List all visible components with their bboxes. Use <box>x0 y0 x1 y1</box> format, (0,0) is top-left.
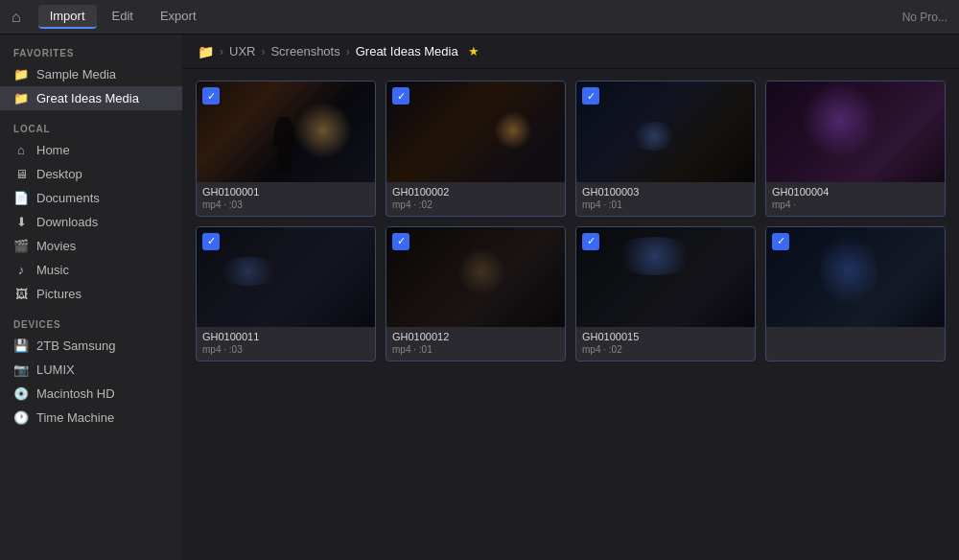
media-filename: GH0100003 <box>582 186 749 198</box>
checkbox-gh0100002[interactable]: ✓ <box>392 87 409 105</box>
media-filename: GH0100004 <box>772 186 939 198</box>
top-nav: Import Edit Export <box>38 5 208 29</box>
content-area: 📁 › UXR › Screenshots › Great Ideas Medi… <box>182 35 959 560</box>
sidebar-item-lumix[interactable]: 📷 LUMIX <box>0 358 182 382</box>
sidebar-item-documents[interactable]: 📄 Documents <box>0 186 182 210</box>
media-card-gh0100012[interactable]: ✓ GH0100012 mp4 · :01 <box>386 226 566 362</box>
media-meta: mp4 · :03 <box>202 344 369 355</box>
sidebar-item-music[interactable]: ♪ Music <box>0 258 182 282</box>
media-meta: mp4 · :02 <box>392 199 559 210</box>
sidebar-item-label: LUMIX <box>36 362 75 377</box>
sidebar: FAVORITES 📁 Sample Media 📁 Great Ideas M… <box>0 35 182 560</box>
movies-icon: 🎬 <box>13 239 29 253</box>
downloads-icon: ⬇ <box>13 215 29 229</box>
sidebar-item-label: Documents <box>36 191 100 205</box>
media-filename: GH0100002 <box>392 186 559 198</box>
sidebar-item-label: Music <box>36 263 69 277</box>
folder-icon: 📁 <box>13 67 29 82</box>
main-layout: FAVORITES 📁 Sample Media 📁 Great Ideas M… <box>0 35 959 560</box>
sidebar-item-label: Time Machine <box>36 410 114 425</box>
no-proxy-label: No Pro... <box>902 11 947 24</box>
sidebar-item-pictures[interactable]: 🖼 Pictures <box>0 282 182 306</box>
local-label: LOCAL <box>0 110 182 138</box>
tab-edit[interactable]: Edit <box>101 5 145 29</box>
sidebar-item-label: Great Ideas Media <box>36 91 139 105</box>
sidebar-item-label: Desktop <box>36 167 82 181</box>
sidebar-item-label: Home <box>36 143 70 157</box>
sidebar-item-movies[interactable]: 🎬 Movies <box>0 234 182 258</box>
media-meta: mp4 · :02 <box>582 344 749 355</box>
sidebar-item-macintosh[interactable]: 💿 Macintosh HD <box>0 382 182 406</box>
breadcrumb: 📁 › UXR › Screenshots › Great Ideas Medi… <box>182 35 959 69</box>
media-filename: GH0100001 <box>202 186 369 198</box>
desktop-icon: 🖥 <box>13 167 29 181</box>
sidebar-item-samsung[interactable]: 💾 2TB Samsung <box>0 334 182 358</box>
media-grid: ✓ GH0100001 mp4 · :03 ✓ GH0100002 mp4 · … <box>182 69 959 560</box>
media-card-gh0100002[interactable]: ✓ GH0100002 mp4 · :02 <box>386 81 566 217</box>
favorites-label: FAVORITES <box>0 35 182 62</box>
sidebar-item-great-ideas-media[interactable]: 📁 Great Ideas Media <box>0 86 182 110</box>
media-card-gh0100015[interactable]: ✓ GH0100015 mp4 · :02 <box>575 226 756 362</box>
drive-icon: 💾 <box>13 338 29 353</box>
sidebar-item-time-machine[interactable]: 🕐 Time Machine <box>0 406 182 430</box>
breadcrumb-folder-icon: 📁 <box>198 44 214 59</box>
pictures-icon: 🖼 <box>13 287 29 301</box>
favorite-star-icon[interactable]: ★ <box>468 44 480 58</box>
media-filename: GH0100012 <box>392 331 559 342</box>
documents-icon: 📄 <box>13 191 29 205</box>
sidebar-item-label: 2TB Samsung <box>36 338 115 353</box>
folder-icon: 📁 <box>13 91 29 105</box>
breadcrumb-uxr[interactable]: UXR <box>229 44 255 58</box>
media-meta: mp4 · :03 <box>202 199 369 210</box>
media-card-partial-row2[interactable]: ✓ <box>765 226 946 362</box>
tab-import[interactable]: Import <box>38 5 97 29</box>
sidebar-item-home[interactable]: ⌂ Home <box>0 138 182 162</box>
sidebar-item-label: Sample Media <box>36 67 116 82</box>
breadcrumb-current[interactable]: Great Ideas Media <box>356 44 458 58</box>
home-icon[interactable]: ⌂ <box>12 9 21 26</box>
media-card-gh0100004[interactable]: GH0100004 mp4 · <box>765 81 946 217</box>
media-meta: mp4 · <box>772 199 939 210</box>
camera-icon: 📷 <box>13 362 29 377</box>
sidebar-item-label: Movies <box>36 239 76 253</box>
media-card-gh0100003[interactable]: ✓ GH0100003 mp4 · :01 <box>575 81 756 217</box>
top-bar: ⌂ Import Edit Export No Pro... <box>0 0 959 35</box>
media-meta: mp4 · :01 <box>392 344 559 355</box>
breadcrumb-screenshots[interactable]: Screenshots <box>270 44 339 58</box>
media-filename: GH0100011 <box>202 331 369 342</box>
media-meta: mp4 · :01 <box>582 199 749 210</box>
checkbox-partial[interactable]: ✓ <box>772 233 789 250</box>
media-card-gh0100001[interactable]: ✓ GH0100001 mp4 · :03 <box>196 81 376 217</box>
sidebar-item-downloads[interactable]: ⬇ Downloads <box>0 210 182 234</box>
checkbox-gh0100001[interactable]: ✓ <box>202 87 220 105</box>
checkbox-gh0100015[interactable]: ✓ <box>582 233 599 250</box>
music-icon: ♪ <box>13 263 29 277</box>
sidebar-item-sample-media[interactable]: 📁 Sample Media <box>0 62 182 86</box>
devices-label: DEVICES <box>0 306 182 334</box>
sidebar-item-desktop[interactable]: 🖥 Desktop <box>0 162 182 186</box>
home-icon: ⌂ <box>13 143 29 157</box>
disk-icon: 💿 <box>13 386 29 401</box>
media-card-gh0100011[interactable]: ✓ GH0100011 mp4 · :03 <box>196 226 376 362</box>
time-icon: 🕐 <box>13 410 29 425</box>
checkbox-gh0100011[interactable]: ✓ <box>202 233 220 250</box>
checkbox-gh0100003[interactable]: ✓ <box>582 87 599 105</box>
sidebar-item-label: Pictures <box>36 287 82 301</box>
sidebar-item-label: Macintosh HD <box>36 386 115 401</box>
sidebar-item-label: Downloads <box>36 215 98 229</box>
checkbox-gh0100012[interactable]: ✓ <box>392 233 409 250</box>
tab-export[interactable]: Export <box>149 5 208 29</box>
media-filename: GH0100015 <box>582 331 749 342</box>
